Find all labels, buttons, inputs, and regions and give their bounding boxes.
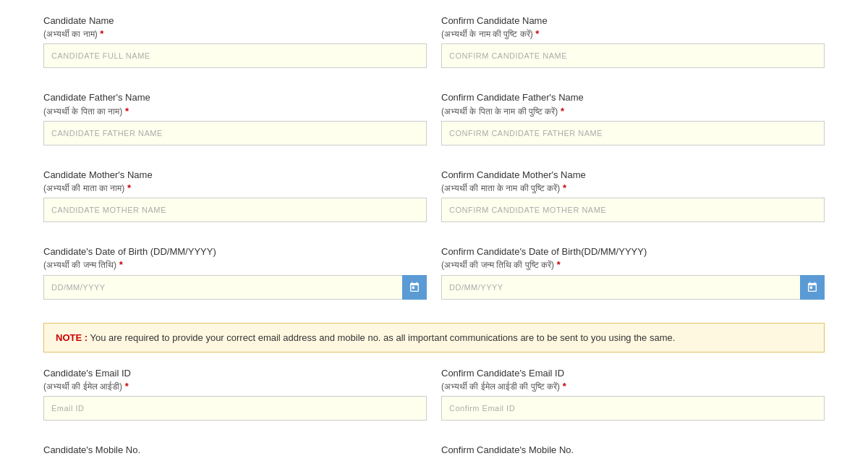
col-email-right: Confirm Candidate's Email ID (अभ्यर्थी क… xyxy=(441,367,825,432)
confirm-email-input[interactable] xyxy=(441,396,825,421)
field-candidate-name: Candidate Name (अभ्यर्थी का नाम) * xyxy=(43,14,427,68)
field-confirm-candidate-name: Confirm Candidate Name (अभ्यर्थी के नाम … xyxy=(441,14,825,68)
field-confirm-father-name: Confirm Candidate Father's Name (अभ्यर्थ… xyxy=(441,91,825,145)
note-label: NOTE : xyxy=(56,332,88,343)
confirm-father-name-input[interactable] xyxy=(441,121,825,145)
email-input[interactable] xyxy=(43,396,427,421)
label-mobile: Candidate's Mobile No. (अभ्यर्थी का मोबा… xyxy=(43,444,427,456)
label-mother-name: Candidate Mother's Name (अभ्यर्थी की मात… xyxy=(43,169,427,195)
field-confirm-mother-name: Confirm Candidate Mother's Name (अभ्यर्थ… xyxy=(441,169,825,222)
label-confirm-candidate-name: Confirm Candidate Name (अभ्यर्थी के नाम … xyxy=(441,14,825,41)
col-father-name-right: Confirm Candidate Father's Name (अभ्यर्थ… xyxy=(441,91,825,156)
col-mother-name-left: Candidate Mother's Name (अभ्यर्थी की मात… xyxy=(43,169,427,234)
label-confirm-father-name: Confirm Candidate Father's Name (अभ्यर्थ… xyxy=(441,91,825,117)
col-dob-left: Candidate's Date of Birth (DD/MM/YYYY) (… xyxy=(43,245,427,311)
field-confirm-mobile: Confirm Candidate's Mobile No. (अभ्यर्थी… xyxy=(441,444,825,456)
col-mother-name-right: Confirm Candidate Mother's Name (अभ्यर्थ… xyxy=(441,169,825,234)
confirm-candidate-name-input[interactable] xyxy=(441,43,825,68)
label-confirm-dob: Confirm Candidate's Date of Birth(DD/MM/… xyxy=(441,245,825,271)
field-confirm-email: Confirm Candidate's Email ID (अभ्यर्थी क… xyxy=(441,367,825,421)
confirm-mother-name-input[interactable] xyxy=(441,198,825,222)
row-father-name: Candidate Father's Name (अभ्यर्थी के पित… xyxy=(43,91,825,156)
field-mobile: Candidate's Mobile No. (अभ्यर्थी का मोबा… xyxy=(43,444,427,456)
field-confirm-dob: Confirm Candidate's Date of Birth(DD/MM/… xyxy=(441,245,825,299)
field-father-name: Candidate Father's Name (अभ्यर्थी के पित… xyxy=(43,91,427,145)
label-confirm-mother-name: Confirm Candidate Mother's Name (अभ्यर्थ… xyxy=(441,169,825,195)
label-father-name: Candidate Father's Name (अभ्यर्थी के पित… xyxy=(43,91,427,117)
row-email: Candidate's Email ID (अभ्यर्थी की ईमेल आ… xyxy=(43,367,825,432)
field-dob: Candidate's Date of Birth (DD/MM/YYYY) (… xyxy=(43,245,427,299)
confirm-dob-input[interactable] xyxy=(441,275,825,300)
label-email: Candidate's Email ID (अभ्यर्थी की ईमेल आ… xyxy=(43,367,427,393)
form-container: Candidate Name (अभ्यर्थी का नाम) * Confi… xyxy=(0,0,868,456)
col-mobile-left: Candidate's Mobile No. (अभ्यर्थी का मोबा… xyxy=(43,444,427,456)
col-candidate-name-right: Confirm Candidate Name (अभ्यर्थी के नाम … xyxy=(441,14,825,80)
label-candidate-name: Candidate Name (अभ्यर्थी का नाम) * xyxy=(43,14,427,41)
row-mother-name: Candidate Mother's Name (अभ्यर्थी की मात… xyxy=(43,169,825,234)
col-candidate-name-left: Candidate Name (अभ्यर्थी का नाम) * xyxy=(43,14,427,80)
col-father-name-left: Candidate Father's Name (अभ्यर्थी के पित… xyxy=(43,91,427,156)
dob-calendar-icon[interactable] xyxy=(402,275,427,300)
row-candidate-name: Candidate Name (अभ्यर्थी का नाम) * Confi… xyxy=(43,14,825,80)
row-mobile: Candidate's Mobile No. (अभ्यर्थी का मोबा… xyxy=(43,444,825,456)
col-email-left: Candidate's Email ID (अभ्यर्थी की ईमेल आ… xyxy=(43,367,427,432)
father-name-input[interactable] xyxy=(43,121,427,145)
row-dob: Candidate's Date of Birth (DD/MM/YYYY) (… xyxy=(43,245,825,311)
confirm-dob-calendar-icon[interactable] xyxy=(800,275,825,300)
col-mobile-right: Confirm Candidate's Mobile No. (अभ्यर्थी… xyxy=(441,444,825,456)
dob-input[interactable] xyxy=(43,275,427,300)
label-confirm-email: Confirm Candidate's Email ID (अभ्यर्थी क… xyxy=(441,367,825,393)
note-section: NOTE : You are required to provide your … xyxy=(43,323,825,352)
mother-name-input[interactable] xyxy=(43,198,427,222)
confirm-dob-date-wrapper xyxy=(441,275,825,300)
field-email: Candidate's Email ID (अभ्यर्थी की ईमेल आ… xyxy=(43,367,427,421)
candidate-name-input[interactable] xyxy=(43,43,427,68)
label-confirm-mobile: Confirm Candidate's Mobile No. (अभ्यर्थी… xyxy=(441,444,825,456)
field-mother-name: Candidate Mother's Name (अभ्यर्थी की मात… xyxy=(43,169,427,222)
dob-date-wrapper xyxy=(43,275,427,300)
note-text: You are required to provide your correct… xyxy=(90,332,675,343)
label-dob: Candidate's Date of Birth (DD/MM/YYYY) (… xyxy=(43,245,427,271)
col-dob-right: Confirm Candidate's Date of Birth(DD/MM/… xyxy=(441,245,825,311)
